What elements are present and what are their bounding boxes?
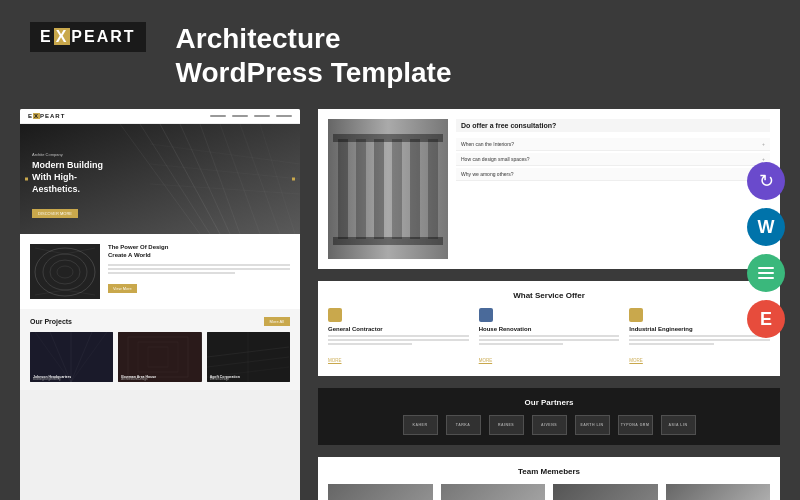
service-icon-1 xyxy=(328,308,342,322)
service-icon-3 xyxy=(629,308,643,322)
mock-hero-tag: Archite Company xyxy=(32,152,103,157)
mock-nav-link xyxy=(254,115,270,117)
refresh-icon: ↻ xyxy=(759,170,774,192)
svg-rect-40 xyxy=(374,139,384,239)
svg-rect-41 xyxy=(392,139,402,239)
uf-icon xyxy=(756,263,776,283)
service-link-2: MORE xyxy=(479,358,493,363)
right-team-section: Team Memebers Member Name Member Name Me… xyxy=(318,457,780,500)
team-member-2: Member Name xyxy=(441,484,546,500)
service-desc-1b xyxy=(328,339,469,341)
mock-hero: Archite Company Modern BuildingWith High… xyxy=(20,124,300,234)
svg-rect-39 xyxy=(356,139,366,239)
services-grid: General Contractor MORE House Renovation… xyxy=(328,308,770,366)
team-photo-4 xyxy=(666,484,771,500)
svg-rect-48 xyxy=(758,277,774,279)
right-faq-item-1: When can the Interiors? + xyxy=(456,138,770,151)
side-icons: ↻ W E xyxy=(747,162,785,338)
content-wrapper: EXPEART xyxy=(0,109,800,500)
project-card-1: Johnson Headquarters Building/Engineerin… xyxy=(30,332,113,382)
partner-logo-text-4: AIVENS xyxy=(541,423,557,427)
right-services-section: What Service Offer General Contractor MO… xyxy=(318,281,780,376)
service-item-2: House Renovation MORE xyxy=(479,308,620,366)
partner-logo-7: ASIA LIN xyxy=(661,415,696,435)
mock-hero-accent-left xyxy=(25,178,28,181)
mock-hero-accent-right xyxy=(292,178,295,181)
right-faq-arrow-1: + xyxy=(762,141,765,147)
title-area: Architecture WordPress Template xyxy=(176,22,452,89)
right-faq-title: Do offer a free consultation? xyxy=(456,119,770,132)
uf-icon-btn[interactable] xyxy=(747,254,785,292)
service-desc-2b xyxy=(479,339,620,341)
service-item-1: General Contractor MORE xyxy=(328,308,469,366)
partner-logo-2: TARKA xyxy=(446,415,481,435)
partner-logo-3: RAINES xyxy=(489,415,524,435)
logo-area: EXPEART xyxy=(30,22,146,52)
right-mockup-panel: Do offer a free consultation? When can t… xyxy=(318,109,780,500)
project-sublabel-1: Building/Engineering xyxy=(33,377,61,381)
mock-nav: EXPEART xyxy=(20,109,300,124)
project-card-3: Agoft Corporation Interior/Design xyxy=(207,332,290,382)
service-desc-3b xyxy=(629,339,770,341)
logo-text: EXPEART xyxy=(40,28,136,46)
partner-logo-text-2: TARKA xyxy=(456,423,471,427)
partner-logo-5: EARTH LIN xyxy=(575,415,610,435)
right-partners-title: Our Partners xyxy=(328,398,770,407)
team-member-3: Member Name xyxy=(553,484,658,500)
service-desc-2a xyxy=(479,335,620,337)
team-grid: Member Name Member Name Member Name Memb… xyxy=(328,484,770,500)
project-card-2: Bowman Area House Architecture/Design xyxy=(118,332,201,382)
logo-x: X xyxy=(54,28,71,45)
mock-projects-title: Our Projects xyxy=(30,318,72,325)
right-top-image xyxy=(328,119,448,259)
mock-about: The Power Of DesignCreate A World View M… xyxy=(20,234,300,309)
wordpress-icon: W xyxy=(758,217,775,238)
partner-logo-text-7: ASIA LIN xyxy=(669,423,688,427)
mock-projects-header: Our Projects More All xyxy=(30,317,290,326)
team-photo-3 xyxy=(553,484,658,500)
mock-about-desc-line2 xyxy=(108,268,290,270)
main-title: Architecture xyxy=(176,22,452,56)
service-icon-2 xyxy=(479,308,493,322)
mock-nav-link xyxy=(232,115,248,117)
team-photo-2 xyxy=(441,484,546,500)
logo: EXPEART xyxy=(30,22,146,52)
mock-about-title: The Power Of DesignCreate A World xyxy=(108,244,290,260)
svg-rect-38 xyxy=(338,139,348,239)
service-title-1: General Contractor xyxy=(328,326,469,332)
refresh-icon-btn[interactable]: ↻ xyxy=(747,162,785,200)
mock-projects-btn: More All xyxy=(264,317,290,326)
partner-logo-text-1: KAHER xyxy=(413,423,428,427)
svg-rect-44 xyxy=(333,134,443,142)
elementor-icon-btn[interactable]: E xyxy=(747,300,785,338)
columns-svg xyxy=(328,119,448,259)
partner-logo-text-3: RAINES xyxy=(498,423,514,427)
mock-nav-link xyxy=(210,115,226,117)
service-title-2: House Renovation xyxy=(479,326,620,332)
tunnel-svg xyxy=(30,244,100,299)
team-member-4: Member Name xyxy=(666,484,771,500)
svg-rect-43 xyxy=(428,139,438,239)
elementor-icon: E xyxy=(760,309,772,330)
team-photo-1 xyxy=(328,484,433,500)
mock-nav-links xyxy=(210,115,292,117)
team-member-1: Member Name xyxy=(328,484,433,500)
left-mockup-panel: EXPEART xyxy=(20,109,300,500)
page-header: EXPEART Architecture WordPress Template xyxy=(0,0,800,109)
right-services-title: What Service Offer xyxy=(328,291,770,300)
right-faq-q-3: Why we among others? xyxy=(461,171,514,177)
right-faq-item-3: Why we among others? + xyxy=(456,168,770,181)
service-link-1: MORE xyxy=(328,358,342,363)
mock-about-image xyxy=(30,244,100,299)
svg-rect-45 xyxy=(333,237,443,245)
mock-nav-link xyxy=(276,115,292,117)
mock-about-text: The Power Of DesignCreate A World View M… xyxy=(108,244,290,299)
right-top-section: Do offer a free consultation? When can t… xyxy=(318,109,780,269)
service-desc-1a xyxy=(328,335,469,337)
mock-hero-content: Archite Company Modern BuildingWith High… xyxy=(32,152,103,219)
svg-rect-12 xyxy=(30,244,100,299)
right-faq-q-1: When can the Interiors? xyxy=(461,141,514,147)
service-desc-3c xyxy=(629,343,713,345)
wordpress-icon-btn[interactable]: W xyxy=(747,208,785,246)
partners-grid: KAHER TARKA RAINES AIVENS EARTH LIN TYPO… xyxy=(328,415,770,435)
